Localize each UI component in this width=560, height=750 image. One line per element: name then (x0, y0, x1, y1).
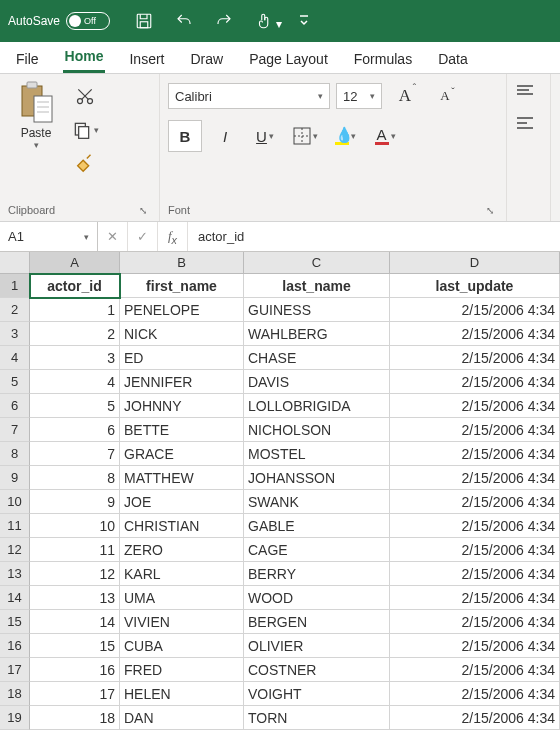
cell[interactable]: HELEN (120, 682, 244, 706)
column-header[interactable]: A (30, 252, 120, 274)
row-header[interactable]: 3 (0, 322, 30, 346)
row-header[interactable]: 9 (0, 466, 30, 490)
cell[interactable]: TORN (244, 706, 390, 730)
cell[interactable]: 2/15/2006 4:34 (390, 658, 560, 682)
cell[interactable]: 13 (30, 586, 120, 610)
cell[interactable]: OLIVIER (244, 634, 390, 658)
cell[interactable]: 2/15/2006 4:34 (390, 346, 560, 370)
cell[interactable]: GABLE (244, 514, 390, 538)
select-all-corner[interactable] (0, 252, 30, 274)
cell[interactable]: 5 (30, 394, 120, 418)
caret-down-icon[interactable]: ▾ (34, 140, 39, 150)
cell[interactable]: LOLLOBRIGIDA (244, 394, 390, 418)
column-header[interactable]: B (120, 252, 244, 274)
cell[interactable]: 1 (30, 298, 120, 322)
row-header[interactable]: 4 (0, 346, 30, 370)
row-header[interactable]: 5 (0, 370, 30, 394)
cell[interactable]: JENNIFER (120, 370, 244, 394)
font-name-combo[interactable]: Calibri ▾ (168, 83, 330, 109)
dialog-launcher-icon[interactable]: ⤡ (482, 203, 498, 218)
cell[interactable]: 2/15/2006 4:34 (390, 394, 560, 418)
cell[interactable]: 2/15/2006 4:34 (390, 466, 560, 490)
tab-formulas[interactable]: Formulas (352, 45, 414, 73)
cell[interactable]: 9 (30, 490, 120, 514)
row-header[interactable]: 10 (0, 490, 30, 514)
toggle-switch[interactable]: Off (66, 12, 110, 30)
cell[interactable]: JOE (120, 490, 244, 514)
touch-mode-icon[interactable]: ▾ (250, 7, 278, 35)
cell[interactable]: last_name (244, 274, 390, 298)
cell[interactable]: KARL (120, 562, 244, 586)
cell[interactable]: last_update (390, 274, 560, 298)
cell[interactable]: GRACE (120, 442, 244, 466)
qat-customize-icon[interactable] (290, 7, 318, 35)
cell[interactable]: actor_id (30, 274, 120, 298)
borders-button[interactable]: ▾ (288, 120, 322, 152)
cell[interactable]: WAHLBERG (244, 322, 390, 346)
row-header[interactable]: 2 (0, 298, 30, 322)
caret-down-icon[interactable]: ▾ (94, 125, 99, 135)
cell[interactable]: 2/15/2006 4:34 (390, 562, 560, 586)
row-header[interactable]: 8 (0, 442, 30, 466)
fx-icon[interactable]: fx (158, 222, 188, 251)
row-header[interactable]: 6 (0, 394, 30, 418)
row-header[interactable]: 17 (0, 658, 30, 682)
autosave-toggle[interactable]: AutoSave Off (8, 12, 110, 30)
underline-button[interactable]: U▾ (248, 120, 282, 152)
tab-draw[interactable]: Draw (188, 45, 225, 73)
cell[interactable]: 2/15/2006 4:34 (390, 586, 560, 610)
cell[interactable]: 12 (30, 562, 120, 586)
cell[interactable]: DAVIS (244, 370, 390, 394)
undo-icon[interactable] (170, 7, 198, 35)
row-header[interactable]: 18 (0, 682, 30, 706)
cell[interactable]: 2/15/2006 4:34 (390, 610, 560, 634)
cell[interactable]: 16 (30, 658, 120, 682)
cell[interactable]: DAN (120, 706, 244, 730)
column-header[interactable]: D (390, 252, 560, 274)
align-left-button[interactable] (515, 116, 541, 138)
cell[interactable]: 2/15/2006 4:34 (390, 322, 560, 346)
cell[interactable]: 4 (30, 370, 120, 394)
tab-page-layout[interactable]: Page Layout (247, 45, 330, 73)
tab-data[interactable]: Data (436, 45, 470, 73)
cell[interactable]: SWANK (244, 490, 390, 514)
dialog-launcher-icon[interactable]: ⤡ (135, 203, 151, 218)
row-header[interactable]: 12 (0, 538, 30, 562)
cell[interactable]: MATTHEW (120, 466, 244, 490)
row-header[interactable]: 16 (0, 634, 30, 658)
cell[interactable]: WOOD (244, 586, 390, 610)
cell[interactable]: 2/15/2006 4:34 (390, 298, 560, 322)
cell[interactable]: CHASE (244, 346, 390, 370)
italic-button[interactable]: I (208, 120, 242, 152)
cell[interactable]: first_name (120, 274, 244, 298)
cell[interactable]: 2/15/2006 4:34 (390, 418, 560, 442)
cell[interactable]: CUBA (120, 634, 244, 658)
cell[interactable]: 11 (30, 538, 120, 562)
cut-button[interactable] (70, 84, 100, 108)
cell[interactable]: 7 (30, 442, 120, 466)
tab-insert[interactable]: Insert (127, 45, 166, 73)
bold-button[interactable]: B (168, 120, 202, 152)
font-size-combo[interactable]: 12 ▾ (336, 83, 382, 109)
copy-button[interactable]: ▾ (70, 118, 100, 142)
cell[interactable]: JOHNNY (120, 394, 244, 418)
cell[interactable]: NICK (120, 322, 244, 346)
cell[interactable]: VIVIEN (120, 610, 244, 634)
cell[interactable]: 2/15/2006 4:34 (390, 538, 560, 562)
shrink-font-button[interactable]: A (428, 80, 462, 112)
cell[interactable]: 14 (30, 610, 120, 634)
row-header[interactable]: 1 (0, 274, 30, 298)
cell[interactable]: 3 (30, 346, 120, 370)
fill-color-button[interactable]: 💧▾ (328, 120, 362, 152)
cell[interactable]: BERGEN (244, 610, 390, 634)
name-box[interactable]: A1 ▾ (0, 222, 98, 251)
cell[interactable]: NICHOLSON (244, 418, 390, 442)
cell[interactable]: 18 (30, 706, 120, 730)
cell[interactable]: 2/15/2006 4:34 (390, 442, 560, 466)
row-header[interactable]: 11 (0, 514, 30, 538)
align-top-button[interactable] (515, 84, 541, 106)
grow-font-button[interactable]: A (388, 80, 422, 112)
cell[interactable]: CAGE (244, 538, 390, 562)
cell[interactable]: UMA (120, 586, 244, 610)
cell[interactable]: 8 (30, 466, 120, 490)
